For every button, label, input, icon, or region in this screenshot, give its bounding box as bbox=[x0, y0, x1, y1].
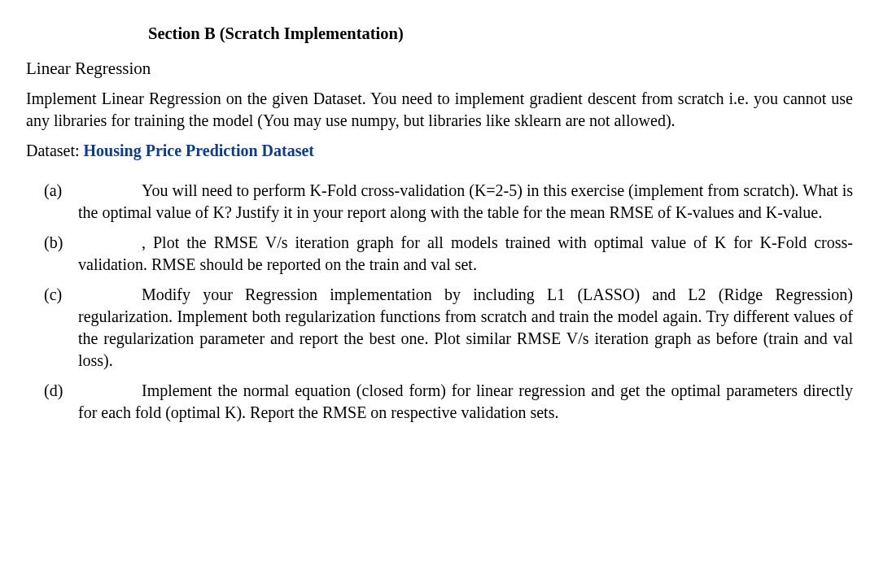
question-list: (a)You will need to perform K-Fold cross… bbox=[44, 180, 853, 424]
dataset-link[interactable]: Housing Price Prediction Dataset bbox=[84, 142, 314, 159]
question-item-b: (b), Plot the RMSE V/s iteration graph f… bbox=[44, 232, 853, 276]
item-lead-b: , bbox=[142, 233, 153, 251]
item-text-d: Implement the normal equation (closed fo… bbox=[78, 381, 853, 421]
subtitle-linear-regression: Linear Regression bbox=[26, 57, 853, 80]
item-text-c: Modify your Regression implementation by… bbox=[78, 285, 853, 369]
item-text-a: You will need to perform K-Fold cross-va… bbox=[78, 181, 853, 221]
dataset-line: Dataset: Housing Price Prediction Datase… bbox=[26, 140, 853, 162]
intro-paragraph: Implement Linear Regression on the given… bbox=[26, 88, 853, 132]
question-item-c: (c)Modify your Regression implementation… bbox=[44, 284, 853, 372]
item-text-b: Plot the RMSE V/s iteration graph for al… bbox=[78, 233, 853, 273]
item-marker-c: (c) bbox=[44, 284, 77, 306]
section-title: Section B (Scratch Implementation) bbox=[148, 23, 853, 46]
dataset-label: Dataset: bbox=[26, 142, 84, 159]
item-marker-a: (a) bbox=[44, 180, 77, 202]
item-marker-d: (d) bbox=[44, 380, 77, 402]
question-item-d: (d)Implement the normal equation (closed… bbox=[44, 380, 853, 424]
item-marker-b: (b) bbox=[44, 232, 77, 254]
question-item-a: (a)You will need to perform K-Fold cross… bbox=[44, 180, 853, 224]
